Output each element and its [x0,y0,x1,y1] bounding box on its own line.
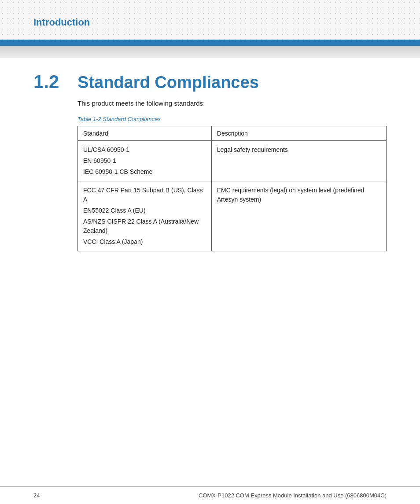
col-header-standard: Standard [78,126,212,141]
compliance-table: Standard Description UL/CSA 60950-1EN 60… [77,126,387,251]
standard-cell: UL/CSA 60950-1EN 60950-1IEC 60950-1 CB S… [78,141,212,181]
section-title: Standard Compliances [77,73,259,92]
table-header-row: Standard Description [78,126,387,141]
table-row: FCC 47 CFR Part 15 Subpart B (US), Class… [78,181,387,251]
section-heading: 1.2 Standard Compliances [33,71,387,92]
section-intro: This product meets the following standar… [77,99,387,107]
col-header-description: Description [211,126,386,141]
main-content: 1.2 Standard Compliances This product me… [0,58,420,287]
gray-band [0,46,420,58]
footer-document-title: COMX-P1022 COM Express Module Installati… [199,492,387,499]
blue-bar [0,40,420,46]
description-cell: Legal safety requirements [211,141,386,181]
standard-cell: FCC 47 CFR Part 15 Subpart B (US), Class… [78,181,212,251]
description-cell: EMC requirements (legal) on system level… [211,181,386,251]
footer: 24 COMX-P1022 COM Express Module Install… [0,486,420,504]
table-caption: Table 1-2 Standard Compliances [77,116,387,122]
footer-page-number: 24 [33,492,40,499]
table-row: UL/CSA 60950-1EN 60950-1IEC 60950-1 CB S… [78,141,387,181]
header-title: Introduction [33,17,90,28]
section-number: 1.2 [33,71,69,92]
header-area: Introduction [0,0,420,40]
